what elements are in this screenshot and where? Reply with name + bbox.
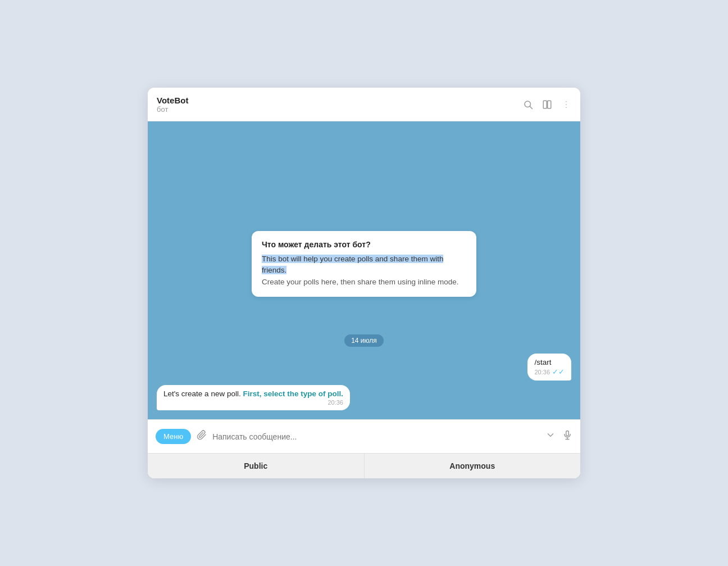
input-area: Меню — [148, 419, 580, 453]
message-text-highlight: First, select the type of poll. — [243, 390, 343, 398]
message-meta-start: 20:36 ✓✓ — [534, 368, 565, 376]
bot-card-text: This bot will help you create polls and … — [262, 253, 466, 288]
input-right-icons — [545, 430, 572, 443]
message-time-received: 20:36 — [327, 399, 343, 406]
message-text-plain: Let's create a new poll. — [163, 390, 243, 398]
menu-button[interactable]: Меню — [156, 429, 191, 444]
chevron-down-icon[interactable] — [545, 430, 556, 443]
message-text-start: /start — [534, 358, 551, 366]
bot-info-card: Что может делать этот бот? This bot will… — [252, 231, 476, 297]
date-badge-container: 14 июля — [157, 334, 571, 347]
chat-area: Что может делать этот бот? This bot will… — [148, 121, 580, 419]
public-button[interactable]: Public — [148, 454, 365, 478]
search-icon[interactable] — [523, 99, 533, 110]
message-bubble-new-poll: Let's create a new poll. First, select t… — [157, 385, 350, 410]
double-check-icon: ✓✓ — [552, 368, 565, 376]
svg-point-5 — [566, 104, 567, 105]
date-badge: 14 июля — [344, 334, 384, 347]
telegram-window: VoteBot бот — [148, 88, 580, 478]
message-bubble-start: /start 20:36 ✓✓ — [527, 354, 571, 381]
chat-header-info: VoteBot бот — [157, 96, 523, 114]
svg-line-1 — [530, 106, 532, 108]
bot-card-text-part1: This bot will help you create polls and … — [262, 255, 443, 274]
bot-card-title: Что может делать этот бот? — [262, 240, 466, 249]
microphone-icon[interactable] — [562, 430, 572, 443]
attach-icon[interactable] — [197, 430, 207, 443]
message-meta-received: 20:36 — [163, 399, 343, 406]
bot-card-text-part2: Create your polls here, then share them … — [262, 277, 458, 286]
svg-rect-7 — [566, 431, 569, 436]
message-row-sent: /start 20:36 ✓✓ — [157, 354, 571, 381]
message-input[interactable] — [212, 432, 540, 441]
reply-buttons: Public Anonymous — [148, 453, 580, 478]
svg-point-6 — [566, 107, 567, 108]
anonymous-button[interactable]: Anonymous — [365, 454, 581, 478]
chat-header: VoteBot бот — [148, 88, 580, 121]
message-row-received: Let's create a new poll. First, select t… — [157, 385, 571, 410]
chat-subtitle: бот — [157, 105, 523, 114]
svg-rect-2 — [543, 101, 547, 108]
layout-icon[interactable] — [542, 99, 552, 110]
messages-list: /start 20:36 ✓✓ Let's create a new poll.… — [157, 354, 571, 410]
message-time-start: 20:36 — [534, 369, 550, 375]
more-icon[interactable] — [561, 99, 571, 110]
svg-point-4 — [566, 101, 567, 102]
svg-rect-3 — [548, 101, 551, 108]
header-actions — [523, 99, 571, 110]
message-text-received: Let's create a new poll. First, select t… — [163, 390, 343, 398]
chat-title: VoteBot — [157, 96, 523, 105]
